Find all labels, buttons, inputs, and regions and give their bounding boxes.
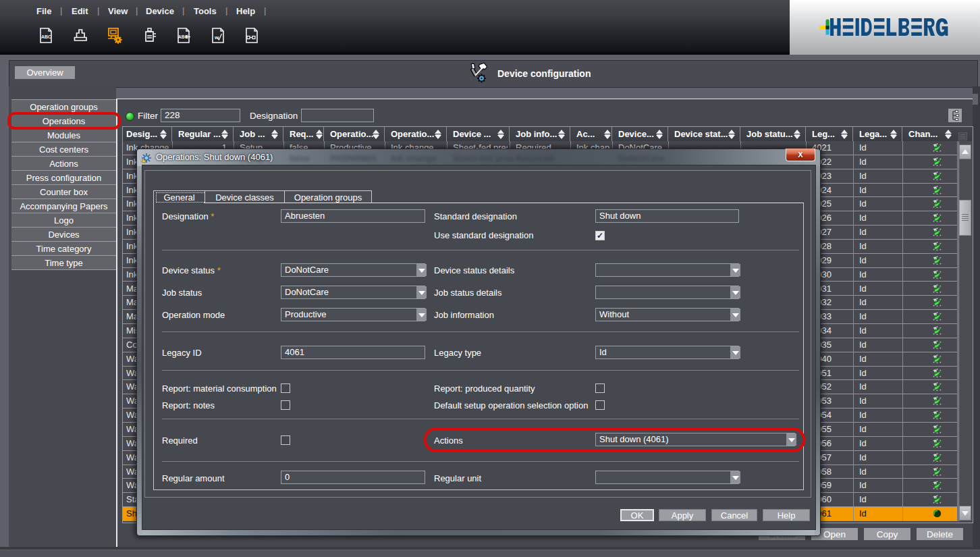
svg-text:ABC: ABC [41,34,51,39]
